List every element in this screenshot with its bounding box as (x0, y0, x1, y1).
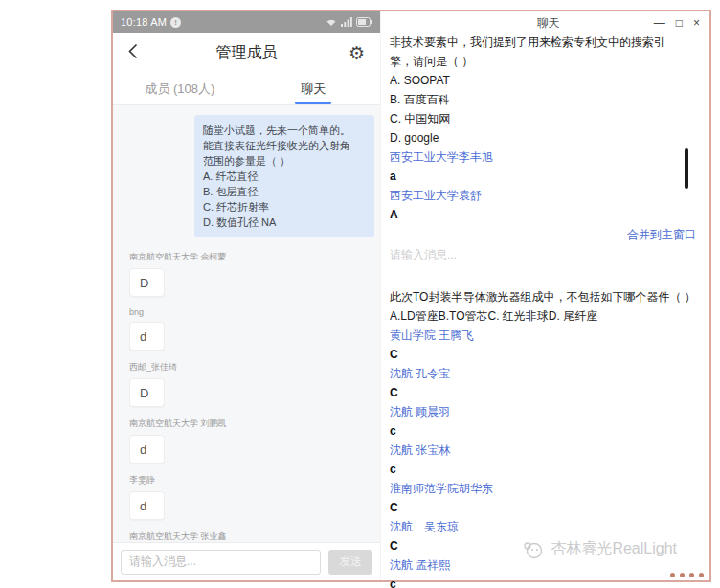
chat-message: D. google (390, 128, 700, 147)
status-time: 10:18 AM (121, 16, 167, 28)
message-list-top: 非技术要素中，我们提到了用来检索专利文中的搜索引擎，请问是（ ）A. SOOPA… (390, 33, 700, 224)
quiz-question-bubble: 随堂小试题，先来一个简单的。能直接表征光纤接收光的入射角范围的参量是（ ）A. … (194, 115, 374, 237)
chat-message: 非技术要素中，我们提到了用来检索专利文中的搜索引 (390, 33, 700, 52)
screenshot-frame: 10:18 AM ! 管理成员 ⚙ 成员 (108人) 聊天 随堂小试题，先来一… (111, 10, 711, 582)
merge-to-main-link[interactable]: 合并到主窗口 (627, 228, 696, 241)
tab-members[interactable]: 成员 (108人) (113, 73, 247, 104)
dot (670, 573, 675, 577)
chat-message: 沈航 顾晨羽 (390, 402, 700, 421)
answer-item: bng d (129, 307, 380, 351)
chat-message: 沈航 孟祥熙 (390, 555, 700, 575)
answer-box: D (129, 268, 165, 297)
desktop-chat-window: 聊天 — □ × 非技术要素中，我们提到了用来检索专利文中的搜索引擎，请问是（ … (381, 11, 709, 580)
chat-message: c (390, 575, 700, 588)
answer-box: d (129, 322, 165, 351)
close-icon[interactable]: × (693, 16, 700, 30)
dot (699, 573, 704, 577)
chat-message: 西安工业大学袁舒 (390, 186, 700, 205)
chat-message: a (390, 167, 700, 186)
tab-bar: 成员 (108人) 聊天 (113, 73, 380, 105)
message-list-bottom: 此次TO封装半导体激光器组成中，不包括如下哪个器件（ ）A.LD管座B.TO管芯… (390, 287, 700, 588)
bubble-line: 能直接表征光纤接收光的入射角 (203, 138, 366, 153)
chat-message: A.LD管座B.TO管芯C. 红光非球D. 尾纤座 (390, 306, 700, 326)
answer-item: 李雯静 d (129, 474, 380, 520)
respondent-name: 西邮_张佳琦 (129, 361, 380, 373)
maximize-icon[interactable]: □ (676, 16, 683, 30)
bubble-line: D. 数值孔径 NA (203, 215, 366, 230)
battery-icon (356, 17, 372, 27)
phone-input-bar: 请输入消息... 发送 (113, 542, 380, 580)
respondent-name: 南京航空航天大学 张业鑫 (129, 531, 380, 542)
answer-box: D (129, 378, 165, 407)
phone-status-bar: 10:18 AM ! (113, 11, 380, 33)
chat-message: C (390, 383, 700, 402)
back-icon[interactable] (128, 43, 151, 63)
phone-panel: 10:18 AM ! 管理成员 ⚙ 成员 (108人) 聊天 随堂小试题，先来一… (113, 11, 381, 580)
signal-bars-icon (341, 17, 352, 27)
respondent-name: 南京航空航天大学 佘柯蒙 (129, 251, 380, 263)
respondent-name: 李雯静 (129, 474, 380, 486)
chat-message: A. SOOPAT (390, 71, 700, 90)
chat-message: 沈航 吴东琼 (390, 517, 700, 536)
chat-message: C (390, 345, 700, 364)
chat-message: c (390, 460, 700, 479)
chat-input-placeholder[interactable]: 请输入消息... (390, 245, 700, 264)
answer-item: 西邮_张佳琦 D (129, 361, 380, 407)
answer-item: 南京航空航天大学 刘鹏凯 d (129, 418, 380, 464)
settings-gear-icon[interactable]: ⚙ (342, 42, 365, 64)
chat-message: 沈航 张宝林 (390, 441, 700, 460)
chat-message: 沈航 孔令宝 (390, 364, 700, 383)
minimize-icon[interactable]: — (654, 16, 665, 30)
chat-message: C. 中国知网 (390, 109, 700, 128)
chat-message: 黄山学院 王腾飞 (390, 326, 700, 345)
respondent-name: bng (129, 307, 380, 317)
window-title-bar: 聊天 — □ × (390, 13, 700, 33)
bubble-line: 随堂小试题，先来一个简单的。 (203, 123, 366, 138)
chat-message: 此次TO封装半导体激光器组成中，不包括如下哪个器件（ ） (390, 287, 700, 306)
chat-message: A (390, 205, 700, 224)
window-title: 聊天 (390, 15, 654, 32)
tab-chat[interactable]: 聊天 (247, 73, 381, 104)
chat-message: B. 百度百科 (390, 90, 700, 109)
message-input[interactable]: 请输入消息... (121, 550, 321, 575)
chat-message: C (390, 536, 700, 555)
scrollbar-thumb[interactable] (685, 148, 688, 189)
bubble-line: B. 包层直径 (203, 184, 366, 199)
phone-chat-scroll[interactable]: 随堂小试题，先来一个简单的。能直接表征光纤接收光的入射角范围的参量是（ ）A. … (113, 105, 380, 542)
answer-item: 南京航空航天大学 张业鑫 d (129, 531, 380, 542)
chat-message: C (390, 498, 700, 517)
page-dots (670, 573, 704, 577)
dot (689, 573, 694, 577)
phone-nav-bar: 管理成员 ⚙ (113, 33, 380, 73)
bubble-line: 范围的参量是（ ） (203, 153, 366, 169)
page-title: 管理成员 (151, 43, 342, 63)
chat-message: 擎，请问是（ ） (390, 52, 700, 71)
answer-list: 南京航空航天大学 佘柯蒙 D bng d 西邮_张佳琦 D 南京航空航 (113, 251, 380, 542)
answer-box: d (129, 435, 165, 464)
send-button[interactable]: 发送 (328, 550, 372, 575)
wifi-icon (326, 17, 337, 27)
respondent-name: 南京航空航天大学 刘鹏凯 (129, 418, 380, 430)
bubble-line: C. 纤芯折射率 (203, 199, 366, 215)
chat-message: 淮南师范学院胡华东 (390, 479, 700, 498)
merge-row: 合并到主窗口 (390, 224, 700, 244)
answer-box: d (129, 491, 165, 520)
dot (680, 573, 685, 577)
notification-badge-icon: ! (170, 17, 181, 28)
bubble-line: A. 纤芯直径 (203, 169, 366, 184)
chat-message: 西安工业大学李丰旭 (390, 147, 700, 167)
chat-message: c (390, 421, 700, 441)
answer-item: 南京航空航天大学 佘柯蒙 D (129, 251, 380, 297)
